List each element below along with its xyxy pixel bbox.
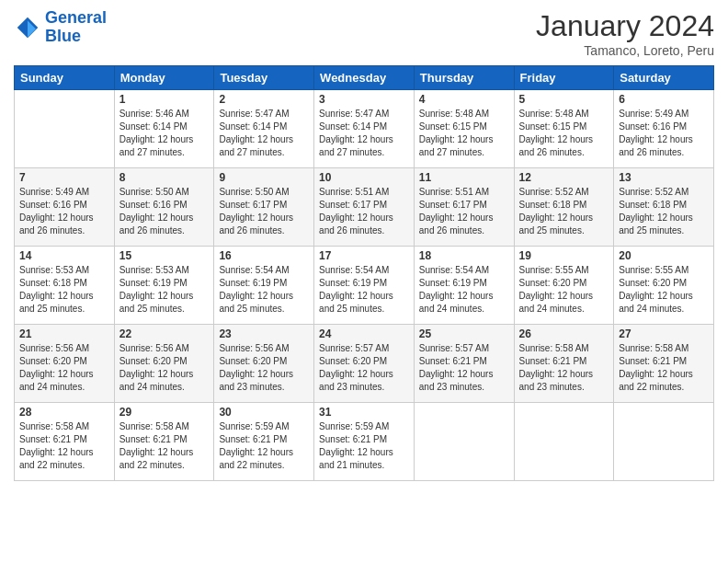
day-info: Sunrise: 5:48 AMSunset: 6:15 PMDaylight:… <box>519 108 609 159</box>
day-info: Sunrise: 5:52 AMSunset: 6:18 PMDaylight:… <box>519 186 609 237</box>
day-info: Sunrise: 5:47 AMSunset: 6:14 PMDaylight:… <box>219 108 309 159</box>
calendar-day-cell: 2Sunrise: 5:47 AMSunset: 6:14 PMDaylight… <box>214 90 314 168</box>
calendar-day-cell <box>15 90 115 168</box>
day-info: Sunrise: 5:51 AMSunset: 6:17 PMDaylight:… <box>319 186 409 237</box>
day-info: Sunrise: 5:50 AMSunset: 6:16 PMDaylight:… <box>119 186 210 237</box>
calendar-day-cell: 22Sunrise: 5:56 AMSunset: 6:20 PMDayligh… <box>114 325 214 403</box>
calendar-week-row: 21Sunrise: 5:56 AMSunset: 6:20 PMDayligh… <box>15 325 714 403</box>
calendar-day-cell: 1Sunrise: 5:46 AMSunset: 6:14 PMDaylight… <box>114 90 214 168</box>
day-number: 28 <box>19 406 109 419</box>
subtitle: Tamanco, Loreto, Peru <box>536 43 714 58</box>
day-number: 16 <box>219 249 309 262</box>
day-info: Sunrise: 5:55 AMSunset: 6:20 PMDaylight:… <box>519 264 609 316</box>
calendar-day-cell: 5Sunrise: 5:48 AMSunset: 6:15 PMDaylight… <box>514 90 614 168</box>
day-info: Sunrise: 5:51 AMSunset: 6:17 PMDaylight:… <box>419 186 509 237</box>
calendar-day-cell: 18Sunrise: 5:54 AMSunset: 6:19 PMDayligh… <box>414 247 514 325</box>
day-number: 9 <box>219 171 309 184</box>
col-sunday: Sunday <box>15 66 115 90</box>
day-number: 18 <box>419 249 509 262</box>
calendar-week-row: 14Sunrise: 5:53 AMSunset: 6:18 PMDayligh… <box>15 247 714 325</box>
page: General Blue January 2024 Tamanco, Loret… <box>0 0 728 563</box>
day-info: Sunrise: 5:48 AMSunset: 6:15 PMDaylight:… <box>419 108 509 159</box>
logo-text: General Blue <box>45 9 107 46</box>
calendar-day-cell: 13Sunrise: 5:52 AMSunset: 6:18 PMDayligh… <box>614 168 714 247</box>
day-info: Sunrise: 5:53 AMSunset: 6:19 PMDaylight:… <box>119 264 210 316</box>
calendar-day-cell: 7Sunrise: 5:49 AMSunset: 6:16 PMDaylight… <box>15 168 115 247</box>
day-number: 8 <box>119 171 210 184</box>
calendar-day-cell: 26Sunrise: 5:58 AMSunset: 6:21 PMDayligh… <box>514 325 614 403</box>
calendar-week-row: 7Sunrise: 5:49 AMSunset: 6:16 PMDaylight… <box>15 168 714 247</box>
day-info: Sunrise: 5:56 AMSunset: 6:20 PMDaylight:… <box>19 342 109 394</box>
calendar-day-cell <box>414 403 514 481</box>
day-info: Sunrise: 5:57 AMSunset: 6:20 PMDaylight:… <box>319 342 409 394</box>
calendar-day-cell: 14Sunrise: 5:53 AMSunset: 6:18 PMDayligh… <box>15 247 115 325</box>
day-number: 26 <box>519 327 609 340</box>
day-number: 15 <box>119 249 210 262</box>
day-info: Sunrise: 5:58 AMSunset: 6:21 PMDaylight:… <box>519 342 609 394</box>
calendar-day-cell: 25Sunrise: 5:57 AMSunset: 6:21 PMDayligh… <box>414 325 514 403</box>
day-number: 19 <box>519 249 609 262</box>
day-info: Sunrise: 5:49 AMSunset: 6:16 PMDaylight:… <box>19 186 109 237</box>
col-tuesday: Tuesday <box>214 66 314 90</box>
day-info: Sunrise: 5:55 AMSunset: 6:20 PMDaylight:… <box>619 264 709 316</box>
day-number: 23 <box>219 327 309 340</box>
day-info: Sunrise: 5:54 AMSunset: 6:19 PMDaylight:… <box>319 264 409 316</box>
calendar-day-cell: 4Sunrise: 5:48 AMSunset: 6:15 PMDaylight… <box>414 90 514 168</box>
calendar-day-cell: 28Sunrise: 5:58 AMSunset: 6:21 PMDayligh… <box>15 403 115 481</box>
day-info: Sunrise: 5:58 AMSunset: 6:21 PMDaylight:… <box>619 342 709 394</box>
day-number: 5 <box>519 93 609 106</box>
day-number: 10 <box>319 171 409 184</box>
day-number: 13 <box>619 171 709 184</box>
day-info: Sunrise: 5:58 AMSunset: 6:21 PMDaylight:… <box>119 420 210 472</box>
logo-line1: General <box>45 8 107 27</box>
day-info: Sunrise: 5:56 AMSunset: 6:20 PMDaylight:… <box>219 342 309 394</box>
col-wednesday: Wednesday <box>314 66 415 90</box>
day-info: Sunrise: 5:54 AMSunset: 6:19 PMDaylight:… <box>219 264 309 316</box>
calendar-day-cell: 31Sunrise: 5:59 AMSunset: 6:21 PMDayligh… <box>314 403 415 481</box>
day-number: 30 <box>219 406 309 419</box>
calendar-table: Sunday Monday Tuesday Wednesday Thursday… <box>14 65 714 481</box>
col-friday: Friday <box>514 66 614 90</box>
title-section: January 2024 Tamanco, Loreto, Peru <box>536 9 714 58</box>
day-info: Sunrise: 5:52 AMSunset: 6:18 PMDaylight:… <box>619 186 709 237</box>
day-number: 6 <box>619 93 709 106</box>
main-title: January 2024 <box>536 9 714 43</box>
day-info: Sunrise: 5:58 AMSunset: 6:21 PMDaylight:… <box>19 420 109 472</box>
day-info: Sunrise: 5:50 AMSunset: 6:17 PMDaylight:… <box>219 186 309 237</box>
logo-icon <box>14 14 41 41</box>
day-info: Sunrise: 5:56 AMSunset: 6:20 PMDaylight:… <box>119 342 210 394</box>
day-number: 25 <box>419 327 509 340</box>
logo: General Blue <box>14 9 107 46</box>
day-info: Sunrise: 5:54 AMSunset: 6:19 PMDaylight:… <box>419 264 509 316</box>
day-info: Sunrise: 5:47 AMSunset: 6:14 PMDaylight:… <box>319 108 409 159</box>
day-number: 1 <box>119 93 210 106</box>
calendar-day-cell: 21Sunrise: 5:56 AMSunset: 6:20 PMDayligh… <box>15 325 115 403</box>
calendar-day-cell: 29Sunrise: 5:58 AMSunset: 6:21 PMDayligh… <box>114 403 214 481</box>
day-info: Sunrise: 5:59 AMSunset: 6:21 PMDaylight:… <box>319 420 409 472</box>
day-number: 20 <box>619 249 709 262</box>
day-info: Sunrise: 5:53 AMSunset: 6:18 PMDaylight:… <box>19 264 109 316</box>
day-info: Sunrise: 5:46 AMSunset: 6:14 PMDaylight:… <box>119 108 210 159</box>
calendar-day-cell: 24Sunrise: 5:57 AMSunset: 6:20 PMDayligh… <box>314 325 415 403</box>
calendar-day-cell: 10Sunrise: 5:51 AMSunset: 6:17 PMDayligh… <box>314 168 415 247</box>
calendar-day-cell: 6Sunrise: 5:49 AMSunset: 6:16 PMDaylight… <box>614 90 714 168</box>
col-saturday: Saturday <box>614 66 714 90</box>
day-number: 31 <box>319 406 409 419</box>
calendar-day-cell: 23Sunrise: 5:56 AMSunset: 6:20 PMDayligh… <box>214 325 314 403</box>
calendar-day-cell: 12Sunrise: 5:52 AMSunset: 6:18 PMDayligh… <box>514 168 614 247</box>
logo-line2: Blue <box>45 27 81 45</box>
day-number: 11 <box>419 171 509 184</box>
calendar-day-cell <box>514 403 614 481</box>
day-number: 2 <box>219 93 309 106</box>
day-number: 21 <box>19 327 109 340</box>
day-number: 7 <box>19 171 109 184</box>
day-number: 12 <box>519 171 609 184</box>
day-number: 27 <box>619 327 709 340</box>
day-number: 22 <box>119 327 210 340</box>
calendar-week-row: 1Sunrise: 5:46 AMSunset: 6:14 PMDaylight… <box>15 90 714 168</box>
calendar-day-cell: 16Sunrise: 5:54 AMSunset: 6:19 PMDayligh… <box>214 247 314 325</box>
day-number: 14 <box>19 249 109 262</box>
calendar-day-cell: 19Sunrise: 5:55 AMSunset: 6:20 PMDayligh… <box>514 247 614 325</box>
calendar-day-cell: 11Sunrise: 5:51 AMSunset: 6:17 PMDayligh… <box>414 168 514 247</box>
day-info: Sunrise: 5:57 AMSunset: 6:21 PMDaylight:… <box>419 342 509 394</box>
